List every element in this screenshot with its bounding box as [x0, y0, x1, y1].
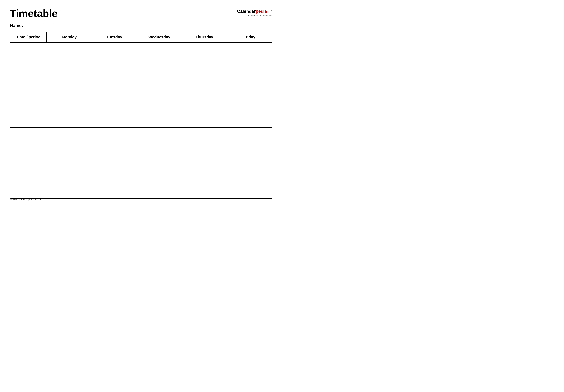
table-row: [10, 99, 272, 113]
table-row: [10, 142, 272, 156]
table-cell[interactable]: [92, 99, 137, 113]
table-cell[interactable]: [182, 71, 227, 85]
table-row: [10, 56, 272, 71]
table-row: [10, 42, 272, 56]
table-cell[interactable]: [92, 85, 137, 99]
table-cell[interactable]: [47, 113, 92, 127]
table-cell[interactable]: [47, 156, 92, 170]
table-cell[interactable]: [92, 56, 137, 71]
table-cell[interactable]: [137, 56, 182, 71]
table-cell[interactable]: [10, 85, 47, 99]
timetable: Time / period Monday Tuesday Wednesday T…: [10, 32, 272, 198]
table-cell[interactable]: [227, 170, 272, 184]
table-cell[interactable]: [92, 113, 137, 127]
table-cell[interactable]: [92, 184, 137, 198]
table-cell[interactable]: [137, 127, 182, 142]
footer-url: © www.calendarpedia.co.uk: [10, 198, 41, 201]
table-cell[interactable]: [227, 42, 272, 56]
col-header-friday: Friday: [227, 32, 272, 42]
table-cell[interactable]: [47, 56, 92, 71]
table-cell[interactable]: [47, 184, 92, 198]
table-row: [10, 113, 272, 127]
table-cell[interactable]: [47, 42, 92, 56]
table-cell[interactable]: [182, 142, 227, 156]
table-cell[interactable]: [227, 142, 272, 156]
table-cell[interactable]: [182, 113, 227, 127]
page-header: Timetable Calendarpediaco.uk Your source…: [10, 8, 272, 19]
col-header-tuesday: Tuesday: [92, 32, 137, 42]
table-cell[interactable]: [137, 113, 182, 127]
table-cell[interactable]: [92, 71, 137, 85]
table-cell[interactable]: [47, 71, 92, 85]
table-cell[interactable]: [92, 42, 137, 56]
table-cell[interactable]: [182, 127, 227, 142]
table-row: [10, 71, 272, 85]
col-header-wednesday: Wednesday: [137, 32, 182, 42]
table-cell[interactable]: [47, 127, 92, 142]
logo: Calendarpediaco.uk Your source for calen…: [237, 8, 272, 17]
table-row: [10, 156, 272, 170]
table-cell[interactable]: [227, 71, 272, 85]
table-cell[interactable]: [182, 56, 227, 71]
table-cell[interactable]: [137, 99, 182, 113]
table-row: [10, 127, 272, 142]
table-cell[interactable]: [182, 85, 227, 99]
table-cell[interactable]: [92, 170, 137, 184]
table-cell[interactable]: [137, 85, 182, 99]
table-cell[interactable]: [182, 184, 227, 198]
table-cell[interactable]: [10, 71, 47, 85]
table-cell[interactable]: [10, 170, 47, 184]
table-cell[interactable]: [10, 56, 47, 71]
table-cell[interactable]: [182, 156, 227, 170]
table-cell[interactable]: [10, 127, 47, 142]
timetable-body: [10, 42, 272, 198]
table-cell[interactable]: [137, 156, 182, 170]
table-cell[interactable]: [10, 142, 47, 156]
table-cell[interactable]: [47, 99, 92, 113]
table-cell[interactable]: [227, 127, 272, 142]
col-header-monday: Monday: [47, 32, 92, 42]
logo-co-uk: co.uk: [267, 9, 272, 12]
table-cell[interactable]: [10, 184, 47, 198]
table-cell[interactable]: [137, 184, 182, 198]
table-cell[interactable]: [47, 170, 92, 184]
table-cell[interactable]: [92, 127, 137, 142]
table-cell[interactable]: [10, 156, 47, 170]
page-title: Timetable: [10, 8, 57, 19]
table-row: [10, 170, 272, 184]
name-label: Name:: [10, 23, 272, 28]
table-header-row: Time / period Monday Tuesday Wednesday T…: [10, 32, 272, 42]
table-cell[interactable]: [182, 99, 227, 113]
table-cell[interactable]: [182, 42, 227, 56]
table-cell[interactable]: [227, 56, 272, 71]
logo-calendar: Calendar: [237, 9, 256, 14]
table-row: [10, 85, 272, 99]
table-cell[interactable]: [47, 142, 92, 156]
table-cell[interactable]: [182, 170, 227, 184]
table-cell[interactable]: [227, 156, 272, 170]
table-cell[interactable]: [137, 42, 182, 56]
table-cell[interactable]: [137, 71, 182, 85]
table-cell[interactable]: [10, 99, 47, 113]
logo-pedia: pedia: [256, 9, 267, 14]
table-cell[interactable]: [137, 142, 182, 156]
table-cell[interactable]: [227, 184, 272, 198]
table-cell[interactable]: [137, 170, 182, 184]
table-row: [10, 184, 272, 198]
table-cell[interactable]: [227, 99, 272, 113]
table-cell[interactable]: [10, 113, 47, 127]
table-cell[interactable]: [227, 85, 272, 99]
logo-text: Calendarpediaco.uk: [237, 9, 272, 14]
table-cell[interactable]: [227, 113, 272, 127]
table-cell[interactable]: [92, 142, 137, 156]
logo-subtitle: Your source for calendars: [248, 14, 272, 17]
table-cell[interactable]: [10, 42, 47, 56]
col-header-time: Time / period: [10, 32, 47, 42]
col-header-thursday: Thursday: [182, 32, 227, 42]
table-cell[interactable]: [92, 156, 137, 170]
table-cell[interactable]: [47, 85, 92, 99]
